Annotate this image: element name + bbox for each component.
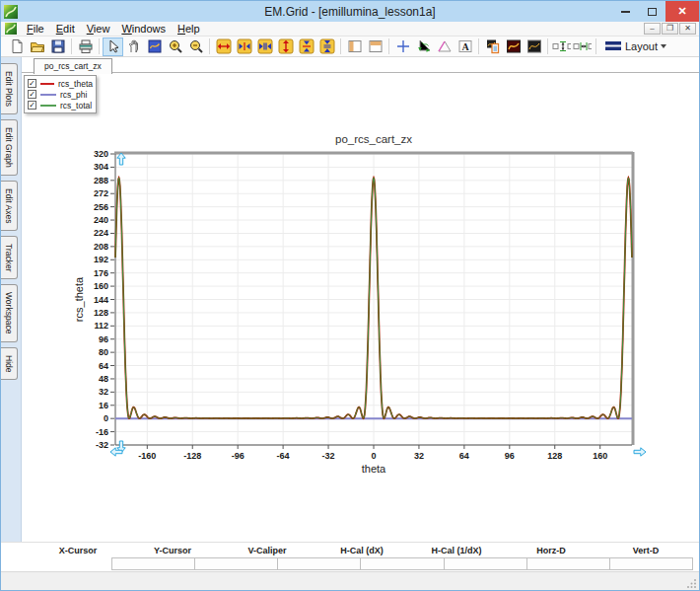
- readout-value-cell: [445, 557, 527, 570]
- legend-line-swatch: [40, 83, 54, 85]
- compress-vertical-button[interactable]: [296, 37, 316, 56]
- split-top-panel-button[interactable]: [365, 37, 385, 56]
- save-button[interactable]: [47, 37, 68, 56]
- readout-value-cell: [278, 557, 361, 570]
- delta-marker-button[interactable]: [434, 37, 455, 56]
- axis-handle-top[interactable]: [117, 153, 125, 165]
- svg-text:96: 96: [99, 334, 108, 344]
- dock-tab-edit-graph[interactable]: Edit Graph: [1, 119, 18, 176]
- layout-caret-icon: [661, 44, 666, 48]
- zoom-region-button[interactable]: [144, 37, 165, 56]
- svg-text:128: 128: [94, 308, 108, 318]
- x-axis-ticks: -160-128-96-64-320326496128160: [138, 445, 607, 461]
- open-file-button[interactable]: [27, 37, 47, 56]
- menu-view[interactable]: View: [81, 23, 116, 35]
- plot-style-dark-red-button[interactable]: [503, 37, 524, 56]
- svg-text:-128: -128: [183, 451, 201, 461]
- split-left-panel-button[interactable]: [344, 37, 365, 56]
- plot-area[interactable]: -160-128-96-64-3203264961281603203042882…: [22, 73, 698, 541]
- dock-tab-tracker[interactable]: Tracker: [1, 236, 18, 280]
- dock-tab-hide[interactable]: Hide: [1, 347, 18, 380]
- svg-text:128: 128: [547, 451, 562, 461]
- document-tab[interactable]: po_rcs_cart_zx: [34, 58, 112, 74]
- maximize-button[interactable]: [639, 1, 665, 22]
- svg-text:32: 32: [414, 451, 424, 461]
- readout-headers: X-CursorY-CursorV-CaliperH-Cal (dX)H-Cal…: [31, 546, 693, 555]
- x-axis-label: theta: [362, 463, 386, 475]
- dock-tab-edit-axes[interactable]: Edit Axes: [1, 181, 18, 231]
- legend-row-rcs_total: ✓rcs_total: [28, 100, 93, 111]
- tracker-axes-button[interactable]: [413, 37, 434, 56]
- expand-horizontal-button[interactable]: [213, 37, 234, 56]
- window-title: EM.Grid - [emillumina_lesson1a]: [1, 5, 699, 19]
- fit-vertical-icon: [319, 38, 335, 54]
- new-file-button[interactable]: [6, 37, 27, 56]
- svg-text:144: 144: [94, 295, 108, 305]
- maximize-icon: [648, 8, 657, 16]
- horizontal-spacing-button[interactable]: [572, 37, 593, 56]
- fit-vertical-button[interactable]: [316, 37, 337, 56]
- menu-windows[interactable]: Windows: [115, 23, 172, 35]
- fit-horizontal-button[interactable]: [254, 37, 275, 56]
- crosshair-cursor-button[interactable]: [392, 37, 413, 56]
- y-axis-label: rcs_theta: [73, 276, 85, 322]
- legend-checkbox-rcs_theta[interactable]: ✓: [28, 79, 36, 88]
- legend-checkbox-rcs_phi[interactable]: ✓: [28, 90, 36, 99]
- copy-plot-button[interactable]: [482, 37, 503, 56]
- layout-button[interactable]: Layout: [599, 37, 671, 56]
- readout-col-h-cal-1-dx-: H-Cal (1/dX): [409, 546, 504, 555]
- add-text-button[interactable]: A: [455, 37, 475, 56]
- legend-checkbox-rcs_total[interactable]: ✓: [28, 101, 36, 110]
- pointer-icon: [105, 38, 121, 54]
- menu-help[interactable]: Help: [172, 23, 206, 35]
- zoom-out-button[interactable]: [185, 37, 206, 56]
- dock-tab-workspace[interactable]: Workspace: [1, 284, 18, 341]
- print-button[interactable]: [75, 37, 96, 56]
- graph-canvas[interactable]: -160-128-96-64-3203264961281603203042882…: [22, 73, 699, 542]
- svg-text:-32: -32: [96, 440, 108, 450]
- compress-vertical-icon: [299, 38, 315, 54]
- menu-edit[interactable]: Edit: [50, 23, 81, 35]
- crosshair-icon: [395, 38, 411, 54]
- svg-text:-64: -64: [277, 451, 290, 461]
- svg-text:160: 160: [94, 281, 108, 291]
- mdi-restore-button[interactable]: ❐: [662, 23, 678, 35]
- svg-text:-16: -16: [96, 427, 108, 437]
- axis-handle-right[interactable]: [634, 448, 646, 456]
- vertical-spacing-button[interactable]: [551, 37, 572, 56]
- mdi-minimize-button[interactable]: –: [644, 23, 661, 35]
- cursor-readout-bar: X-CursorY-CursorV-CaliperH-Cal (dX)H-Cal…: [1, 542, 699, 571]
- title-bar: EM.Grid - [emillumina_lesson1a] ✕: [1, 1, 699, 22]
- svg-text:96: 96: [505, 451, 515, 461]
- close-icon: ✕: [677, 5, 686, 18]
- close-button[interactable]: ✕: [665, 1, 699, 22]
- print-icon: [78, 38, 94, 54]
- readout-value-cell: [111, 557, 195, 570]
- readout-value-cell: [195, 557, 278, 570]
- svg-text:-160: -160: [138, 451, 156, 461]
- mdi-close-button[interactable]: ✕: [679, 23, 696, 35]
- plot-style-dark-button[interactable]: [524, 37, 544, 56]
- svg-text:304: 304: [94, 162, 108, 172]
- readout-value-cell: [361, 557, 444, 570]
- menu-items: FileEditViewWindowsHelp: [21, 23, 206, 35]
- svg-text:64: 64: [459, 451, 469, 461]
- zoom-region-icon: [147, 38, 163, 54]
- split-top-panel-icon: [368, 38, 384, 54]
- zoom-in-button[interactable]: [165, 37, 185, 56]
- expand-vertical-button[interactable]: [275, 37, 296, 56]
- svg-text:112: 112: [94, 321, 108, 331]
- resize-grip-icon[interactable]: [687, 578, 697, 588]
- pointer-tool-button[interactable]: [103, 37, 123, 56]
- menu-file[interactable]: File: [21, 23, 50, 35]
- minimize-button[interactable]: [612, 1, 639, 22]
- pan-tool-button[interactable]: [123, 37, 144, 56]
- dock-tab-edit-plots[interactable]: Edit Plots: [1, 63, 18, 114]
- readout-value-cell: [610, 557, 693, 570]
- compress-horizontal-button[interactable]: [234, 37, 254, 56]
- text-label-icon: A: [457, 38, 473, 54]
- legend-row-rcs_phi: ✓rcs_phi: [28, 89, 93, 100]
- vertical-spacing-icon: [552, 38, 571, 54]
- svg-text:176: 176: [94, 268, 108, 278]
- zoom-in-icon: [168, 38, 183, 54]
